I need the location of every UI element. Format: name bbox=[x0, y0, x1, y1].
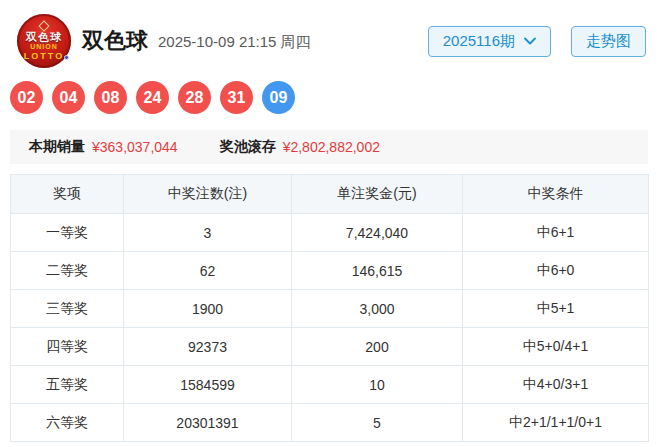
table-cell: 中5+0/4+1 bbox=[463, 328, 649, 366]
table-header-cell: 中奖条件 bbox=[463, 175, 649, 214]
table-cell: 一等奖 bbox=[11, 214, 124, 252]
logo-lotto-text: LOTTO bbox=[24, 51, 64, 61]
page-header: 双色球 UNION LOTTO 双色球 2025-10-09 21:15 周四 … bbox=[0, 0, 658, 68]
table-cell: 五等奖 bbox=[11, 366, 124, 404]
table-row: 五等奖158459910中4+0/3+1 bbox=[11, 366, 649, 404]
red-ball: 28 bbox=[178, 81, 211, 114]
table-cell: 92373 bbox=[124, 328, 292, 366]
red-ball: 04 bbox=[52, 81, 85, 114]
table-header-row: 奖项中奖注数(注)单注奖金(元)中奖条件 bbox=[11, 175, 649, 214]
red-ball: 31 bbox=[220, 81, 253, 114]
table-cell: 5 bbox=[292, 404, 463, 442]
gem-icon bbox=[38, 20, 49, 31]
blue-ball: 09 bbox=[262, 81, 295, 114]
winning-numbers: 02040824283109 bbox=[0, 81, 658, 114]
table-cell: 1900 bbox=[124, 290, 292, 328]
table-cell: 3,000 bbox=[292, 290, 463, 328]
stats-bar: 本期销量 ¥363,037,044 奖池滚存 ¥2,802,882,002 bbox=[10, 130, 648, 164]
table-cell: 中4+0/3+1 bbox=[463, 366, 649, 404]
prize-table: 奖项中奖注数(注)单注奖金(元)中奖条件 一等奖37,424,040中6+1二等… bbox=[10, 174, 649, 442]
table-row: 六等奖203013915中2+1/1+1/0+1 bbox=[11, 404, 649, 442]
table-cell: 四等奖 bbox=[11, 328, 124, 366]
table-cell: 中5+1 bbox=[463, 290, 649, 328]
red-ball: 08 bbox=[94, 81, 127, 114]
trend-chart-button-label: 走势图 bbox=[586, 32, 631, 51]
table-header-cell: 中奖注数(注) bbox=[124, 175, 292, 214]
table-cell: 3 bbox=[124, 214, 292, 252]
table-cell: 中6+0 bbox=[463, 252, 649, 290]
red-ball: 24 bbox=[136, 81, 169, 114]
issue-select-label: 2025116期 bbox=[443, 32, 515, 51]
red-ball: 02 bbox=[10, 81, 43, 114]
pool-label: 奖池滚存 bbox=[220, 138, 276, 156]
chevron-down-icon bbox=[524, 37, 536, 45]
prize-table-body: 一等奖37,424,040中6+1二等奖62146,615中6+0三等奖1900… bbox=[11, 214, 649, 442]
table-cell: 62 bbox=[124, 252, 292, 290]
table-row: 三等奖19003,000中5+1 bbox=[11, 290, 649, 328]
table-cell: 中6+1 bbox=[463, 214, 649, 252]
table-row: 四等奖92373200中5+0/4+1 bbox=[11, 328, 649, 366]
table-cell: 20301391 bbox=[124, 404, 292, 442]
table-header-cell: 单注奖金(元) bbox=[292, 175, 463, 214]
union-lotto-logo-icon: 双色球 UNION LOTTO bbox=[17, 14, 71, 68]
table-cell: 10 bbox=[292, 366, 463, 404]
table-cell: 200 bbox=[292, 328, 463, 366]
pool-value: ¥2,802,882,002 bbox=[283, 139, 380, 155]
logo-union-text: UNION bbox=[30, 43, 58, 51]
table-cell: 二等奖 bbox=[11, 252, 124, 290]
draw-datetime: 2025-10-09 21:15 周四 bbox=[158, 33, 311, 52]
table-row: 一等奖37,424,040中6+1 bbox=[11, 214, 649, 252]
sales-value: ¥363,037,044 bbox=[92, 139, 178, 155]
issue-select-dropdown[interactable]: 2025116期 bbox=[428, 26, 551, 57]
prize-table-head: 奖项中奖注数(注)单注奖金(元)中奖条件 bbox=[11, 175, 649, 214]
logo-cn-text: 双色球 bbox=[26, 31, 62, 43]
table-header-cell: 奖项 bbox=[11, 175, 124, 214]
page-title: 双色球 bbox=[82, 26, 148, 56]
table-cell: 1584599 bbox=[124, 366, 292, 404]
blue-dot-icon bbox=[64, 55, 69, 60]
header-actions: 2025116期 走势图 bbox=[428, 26, 646, 57]
table-cell: 146,615 bbox=[292, 252, 463, 290]
table-cell: 7,424,040 bbox=[292, 214, 463, 252]
table-row: 二等奖62146,615中6+0 bbox=[11, 252, 649, 290]
table-cell: 三等奖 bbox=[11, 290, 124, 328]
trend-chart-button[interactable]: 走势图 bbox=[571, 26, 646, 57]
table-cell: 中2+1/1+1/0+1 bbox=[463, 404, 649, 442]
table-cell: 六等奖 bbox=[11, 404, 124, 442]
sales-label: 本期销量 bbox=[29, 138, 85, 156]
